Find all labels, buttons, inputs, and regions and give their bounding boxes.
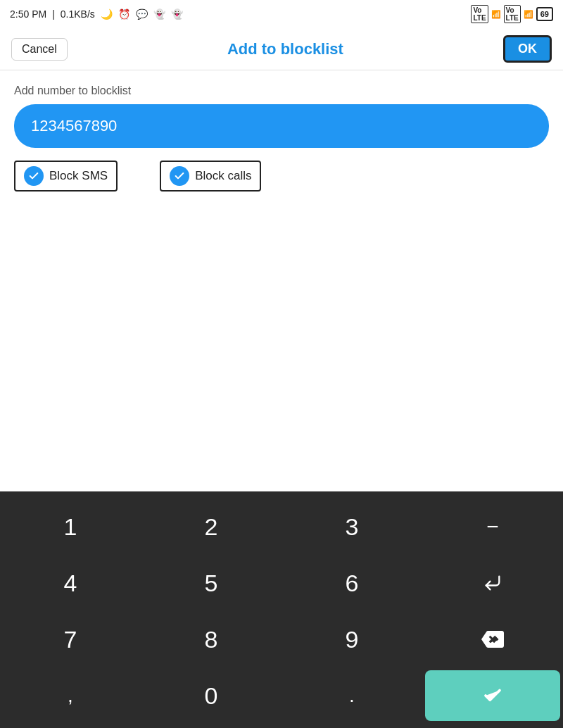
key-3[interactable]: 3: [282, 498, 422, 555]
phone-input-box[interactable]: 1234567890: [14, 104, 549, 148]
empty-space: [0, 192, 563, 346]
key-done[interactable]: [425, 670, 560, 721]
ok-button[interactable]: OK: [503, 35, 552, 63]
key-backspace[interactable]: [422, 611, 563, 667]
header: Cancel Add to blocklist OK: [0, 28, 563, 70]
status-right: VoLTE 📶 VoLTE 📶 69: [471, 5, 553, 23]
key-8[interactable]: 8: [141, 611, 282, 667]
key-2[interactable]: 2: [141, 498, 282, 555]
block-sms-checkbox[interactable]: Block SMS: [14, 161, 118, 192]
status-bar: 2:50 PM | 0.1KB/s 🌙 ⏰ 💬 👻 👻 VoLTE 📶 VoLT…: [0, 0, 563, 28]
key-comma[interactable]: ,: [0, 667, 141, 724]
separator: |: [52, 8, 55, 20]
signal-icon2: 📶: [524, 10, 533, 19]
volte-icon: VoLTE: [471, 5, 488, 23]
key-5[interactable]: 5: [141, 555, 282, 611]
snapchat-icon1: 👻: [153, 8, 165, 20]
data-speed: 0.1KB/s: [61, 8, 95, 20]
block-calls-checkbox[interactable]: Block calls: [160, 161, 261, 192]
whatsapp-icon: 💬: [136, 8, 148, 20]
page-title: Add to blocklist: [227, 40, 343, 58]
key-1[interactable]: 1: [0, 498, 141, 555]
key-6[interactable]: 6: [282, 555, 422, 611]
cancel-button[interactable]: Cancel: [11, 38, 68, 61]
key-9[interactable]: 9: [282, 611, 422, 667]
keyboard: 1 2 3 − 4 5 6 7 8 9 , 0 .: [0, 491, 563, 728]
alarm-icon: ⏰: [118, 8, 130, 20]
block-calls-check-icon: [170, 166, 189, 186]
key-dot[interactable]: .: [282, 667, 422, 724]
key-7[interactable]: 7: [0, 611, 141, 667]
block-sms-check-icon: [24, 166, 44, 186]
snapchat-icon2: 👻: [171, 8, 183, 20]
key-4[interactable]: 4: [0, 555, 141, 611]
battery-indicator: 69: [536, 7, 553, 21]
key-return[interactable]: [422, 555, 563, 611]
volte-icon2: VoLTE: [504, 5, 521, 23]
keyboard-grid: 1 2 3 − 4 5 6 7 8 9 , 0 .: [0, 498, 563, 724]
key-hyphen[interactable]: −: [422, 498, 563, 555]
time-display: 2:50 PM: [10, 8, 46, 20]
content-area: Add number to blocklist 1234567890 Block…: [0, 70, 563, 192]
block-sms-label: Block SMS: [49, 169, 108, 183]
moon-icon: 🌙: [101, 8, 113, 20]
form-label: Add number to blocklist: [14, 84, 549, 97]
key-0[interactable]: 0: [141, 667, 282, 724]
status-left: 2:50 PM | 0.1KB/s 🌙 ⏰ 💬 👻 👻: [10, 8, 183, 20]
checkbox-row: Block SMS Block calls: [14, 161, 549, 192]
phone-number-display: 1234567890: [31, 117, 117, 134]
signal-4g-icon: 📶: [491, 10, 501, 19]
block-calls-label: Block calls: [195, 169, 251, 183]
